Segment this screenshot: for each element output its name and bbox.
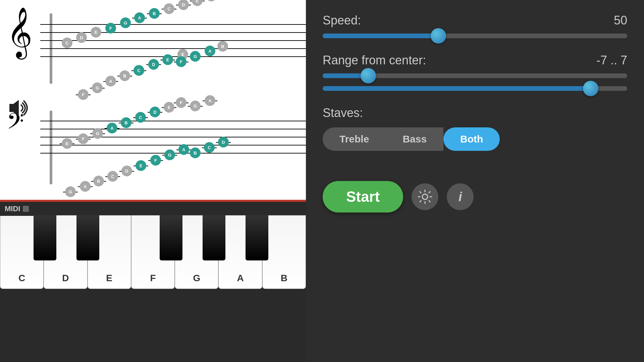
treble-button[interactable]: Treble — [323, 127, 386, 151]
note-g: G — [120, 17, 131, 28]
note-f: F — [176, 97, 186, 108]
bass-button[interactable]: Bass — [386, 127, 443, 151]
speed-section: Speed: 50 — [323, 13, 627, 42]
note-e: E — [136, 160, 146, 171]
note-g: G — [190, 51, 201, 62]
note-g: G — [190, 101, 201, 111]
note-a: A — [107, 123, 117, 133]
note-g: G — [92, 128, 103, 139]
sheet-music-area: 𝄞 𝄢 CDEFGABCDEFGABCDEFGABEFEFGABCDEFGAGA… — [0, 0, 306, 200]
range-upper-fill — [323, 86, 591, 91]
note-a: A — [178, 144, 189, 155]
white-keys-container: CDEFGAB — [0, 202, 306, 289]
start-button[interactable]: Start — [323, 181, 403, 213]
left-panel: 𝄞 𝄢 CDEFGABCDEFGABCDEFGABEFEFGABCDEFGAGA… — [0, 0, 306, 362]
bass-cursor-line — [50, 111, 52, 184]
note-c: C — [133, 65, 144, 76]
note-a: A — [80, 181, 91, 192]
note-b: B — [217, 41, 228, 52]
note-c: C — [164, 3, 174, 14]
note-a: A — [205, 95, 215, 106]
range-value: -7 .. 7 — [596, 53, 627, 67]
piano-black-key-dsharp[interactable] — [76, 215, 99, 260]
note-e: E — [162, 54, 173, 65]
note-c: C — [107, 171, 118, 182]
note-b: B — [93, 176, 104, 186]
note-f: F — [206, 0, 217, 1]
info-button[interactable]: i — [447, 183, 474, 210]
range-lower-slider[interactable] — [323, 73, 627, 78]
treble-clef-symbol: 𝄞 — [7, 10, 33, 54]
speed-header: Speed: 50 — [323, 13, 627, 27]
note-d: D — [218, 137, 229, 147]
speed-slider-fill — [323, 34, 438, 38]
bottom-row: Start i — [323, 181, 627, 213]
note-e: E — [192, 0, 203, 6]
note-d: D — [150, 107, 160, 117]
speed-label: Speed: — [323, 13, 361, 27]
svg-point-1 — [422, 194, 428, 199]
note-g: G — [92, 82, 103, 93]
piano-black-key-fsharp[interactable] — [160, 215, 182, 260]
staves-section: Staves: Treble Bass Both — [323, 106, 627, 151]
speed-slider[interactable] — [323, 34, 627, 38]
both-button[interactable]: Both — [443, 127, 500, 151]
range-label: Range from center: — [323, 53, 426, 67]
right-panel: Speed: 50 Range from center: -7 .. 7 Sta… — [306, 0, 644, 362]
range-upper-slider[interactable] — [323, 86, 627, 91]
staves-label: Staves: — [323, 106, 627, 120]
range-header: Range from center: -7 .. 7 — [323, 53, 627, 67]
note-d: D — [121, 166, 132, 176]
note-b: B — [119, 70, 130, 81]
note-c: C — [62, 38, 72, 48]
piano-black-key-gsharp[interactable] — [203, 215, 225, 260]
note-e: E — [91, 27, 101, 38]
midi-indicator — [23, 206, 29, 212]
volume-icon[interactable] — [6, 98, 30, 119]
note-b: B — [121, 117, 131, 128]
note-e: E — [62, 138, 72, 149]
info-icon: i — [459, 190, 462, 204]
note-f: F — [150, 155, 161, 166]
note-a: A — [205, 46, 215, 56]
note-c: C — [135, 112, 146, 123]
note-d: D — [76, 32, 87, 43]
note-b: B — [190, 147, 201, 158]
range-lower-thumb[interactable] — [361, 68, 376, 83]
note-f: F — [78, 89, 89, 100]
note-a: A — [105, 76, 116, 86]
piano-black-key-csharp[interactable] — [34, 215, 56, 260]
midi-label: MIDI — [5, 204, 20, 213]
note-f: F — [78, 133, 89, 144]
settings-button[interactable] — [412, 183, 438, 210]
note-g: G — [65, 186, 76, 197]
note-b: B — [149, 8, 160, 19]
speed-slider-thumb[interactable] — [431, 28, 446, 44]
piano-keyboard[interactable]: MIDI CDEFGAB — [0, 202, 306, 362]
midi-bar: MIDI — [0, 202, 34, 216]
note-d: D — [148, 59, 159, 70]
note-c: C — [204, 142, 215, 153]
note-a: A — [134, 12, 145, 23]
note-d: D — [178, 0, 189, 10]
svg-marker-0 — [9, 100, 19, 116]
staves-buttons: Treble Bass Both — [323, 127, 500, 151]
piano-black-key-asharp[interactable] — [246, 215, 268, 260]
range-section: Range from center: -7 .. 7 — [323, 53, 627, 94]
note-f: F — [105, 23, 116, 34]
range-upper-thumb[interactable] — [583, 81, 598, 96]
speed-value: 50 — [614, 13, 627, 27]
range-sliders — [323, 73, 627, 94]
note-g: G — [164, 149, 175, 160]
piano-white-key-b[interactable]: B — [262, 215, 306, 289]
note-e: E — [164, 102, 174, 113]
note-f: F — [176, 56, 186, 67]
